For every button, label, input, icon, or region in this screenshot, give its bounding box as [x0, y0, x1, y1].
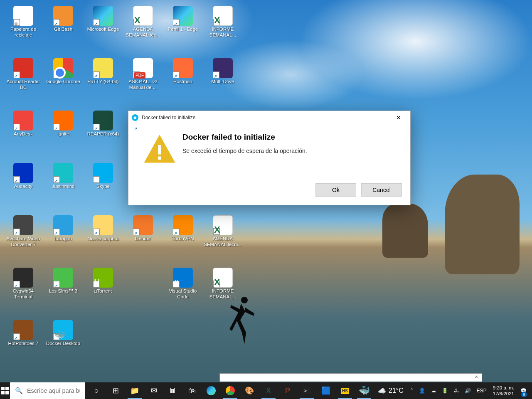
people-icon[interactable]: 👤: [416, 382, 428, 399]
desktop-icon[interactable]: Visual Studio Code: [163, 266, 203, 318]
icon-label: Google Chrome: [45, 79, 81, 85]
wallpaper-rock: [382, 204, 428, 258]
desktop-icon[interactable]: REAPER (x64): [83, 109, 123, 161]
putty-icon: [93, 58, 113, 78]
dialog-heading: Docker failed to initialize: [182, 133, 398, 142]
battery-icon[interactable]: 🔋: [439, 382, 451, 399]
desktop-icon[interactable]: Postman: [163, 57, 203, 109]
paint-button[interactable]: 🎨: [240, 382, 259, 399]
cortana-button[interactable]: ○: [87, 382, 106, 399]
terminal-button[interactable]: >_: [297, 382, 316, 399]
network-icon[interactable]: 🖧: [451, 382, 462, 399]
mail-button[interactable]: ✉: [144, 382, 163, 399]
desktop-icon[interactable]: Justinmind: [43, 161, 83, 214]
nox-icon: [213, 58, 233, 78]
chrome-button[interactable]: [221, 382, 240, 399]
icon-label: AGENDA SEMANAL técni...: [203, 236, 243, 248]
desktop-icon[interactable]: Ignite: [43, 109, 83, 161]
weather-icon: ☁️: [378, 387, 386, 395]
desktop-icon[interactable]: blender: [123, 214, 163, 266]
postman-icon: [173, 58, 193, 78]
excel-button[interactable]: X: [259, 382, 278, 399]
calculator-button[interactable]: 🖩: [163, 382, 182, 399]
svg-rect-3: [1, 387, 5, 390]
language-indicator[interactable]: ESP: [474, 382, 490, 399]
close-button[interactable]: ✕: [390, 111, 407, 124]
sims-icon: [53, 268, 73, 288]
desktop-icon[interactable]: INFORME SEMANAL...: [203, 266, 243, 318]
action-center-button[interactable]: 💬 9: [517, 382, 530, 399]
desktop-icon[interactable]: INFORME SEMANAL...: [203, 4, 243, 57]
edge-icon: [93, 6, 113, 26]
icon-label: Acrobat Reader DC: [3, 79, 43, 91]
system-tray: ☁️ 21°C ˄ 👤 ☁ 🔋 🖧 🔊 ESP 9:20 a. m. 17/6/…: [374, 382, 532, 399]
desktop-icon[interactable]: PuTTY (64-bit): [83, 57, 123, 109]
pdf-icon: [133, 58, 153, 78]
hotpotatoes-icon: [13, 320, 33, 340]
desktop-icon[interactable]: AnyDesk: [3, 109, 43, 161]
svg-rect-4: [5, 387, 9, 390]
desktop-icon[interactable]: AGENDA SEMANAL técni...: [203, 214, 243, 266]
svg-rect-2: [158, 157, 161, 160]
cancel-button[interactable]: Cancel: [361, 183, 402, 197]
desktop-icon[interactable]: Google Chrome: [43, 57, 83, 109]
powerpoint-button[interactable]: P: [278, 382, 297, 399]
search-box[interactable]: 🔍: [10, 382, 85, 399]
docker-button[interactable]: 🐳: [355, 382, 374, 399]
icon-label: Nueva carpeta: [87, 236, 120, 242]
clock[interactable]: 9:20 a. m. 17/6/2021: [490, 385, 517, 397]
docker-icon: ◆: [132, 114, 138, 121]
svg-rect-5: [1, 391, 5, 394]
desktop-icon[interactable]: TurboVPN: [163, 214, 203, 266]
skype-icon: [93, 163, 113, 183]
desktop-icon[interactable]: Laragon: [43, 214, 83, 266]
desktop-icon[interactable]: Docker Desktop: [43, 318, 83, 371]
dialog-message: Se excedió el tiempo de espera de la ope…: [182, 148, 398, 154]
warning-icon: [141, 133, 178, 166]
avdshare-icon: [13, 215, 33, 235]
cygwin-icon: [13, 268, 33, 288]
tray-chevron-up-icon[interactable]: ˄: [408, 382, 416, 399]
edge-button[interactable]: [202, 382, 221, 399]
start-button[interactable]: [0, 382, 10, 399]
heidisql-button[interactable]: HS: [335, 382, 355, 399]
volume-icon[interactable]: 🔊: [462, 382, 474, 399]
onedrive-icon[interactable]: ☁: [428, 382, 439, 399]
desktop-icon[interactable]: Avdshare Video Converter 7: [3, 214, 43, 266]
dialog-titlebar[interactable]: ◆ Docker failed to initialize ✕: [128, 111, 410, 124]
search-icon: 🔍: [15, 387, 23, 394]
icon-label: INFORME SEMANAL...: [203, 288, 243, 300]
icon-label: HotPotatoes 7: [7, 341, 39, 347]
desktop-icon[interactable]: Acrobat Reader DC: [3, 57, 43, 109]
store-button[interactable]: 🛍: [182, 382, 202, 399]
desktop-icon[interactable]: Audacity: [3, 161, 43, 214]
desktop-icon[interactable]: Papelera de reciclaje: [3, 4, 43, 57]
desktop-icon[interactable]: Perfil 1 - Edge: [163, 4, 203, 57]
app-button[interactable]: 🟦: [316, 382, 335, 399]
desktop-icon[interactable]: Nueva carpeta: [83, 214, 123, 266]
desktop-icon[interactable]: Los Sims™ 3: [43, 266, 83, 318]
desktop-icon[interactable]: Microsoft Edge: [83, 4, 123, 57]
tooltip-close-icon[interactable]: ✕: [475, 374, 478, 379]
search-input[interactable]: [27, 387, 80, 394]
weather-widget[interactable]: ☁️ 21°C: [374, 387, 408, 395]
desktop-icon[interactable]: Git Bash: [43, 4, 83, 57]
task-view-button[interactable]: ⊞: [106, 382, 125, 399]
chrome-icon: [53, 58, 73, 78]
icon-label: ASIO4ALL v2 Manual de ...: [123, 79, 163, 91]
time-text: 9:20 a. m.: [493, 385, 514, 391]
desktop-icon[interactable]: ASIO4ALL v2 Manual de ...: [123, 57, 163, 109]
icon-label: Postman: [172, 79, 193, 85]
desktop-icon[interactable]: µTorrent: [83, 266, 123, 318]
desktop-icon[interactable]: AGENDA SEMANAL téc...: [123, 4, 163, 57]
icon-label: Git Bash: [53, 27, 73, 32]
edge-icon: [173, 6, 193, 26]
desktop-icon[interactable]: Skype: [83, 161, 123, 214]
weather-temp: 21°C: [389, 387, 404, 394]
desktop-icon[interactable]: Cygwin64 Terminal: [3, 266, 43, 318]
file-explorer-button[interactable]: 📁: [125, 382, 144, 399]
desktop-icon[interactable]: HotPotatoes 7: [3, 318, 43, 371]
ok-button[interactable]: Ok: [315, 183, 356, 197]
desktop-icon[interactable]: Multi-Drive: [203, 57, 243, 109]
wallpaper-rock: [445, 175, 520, 274]
